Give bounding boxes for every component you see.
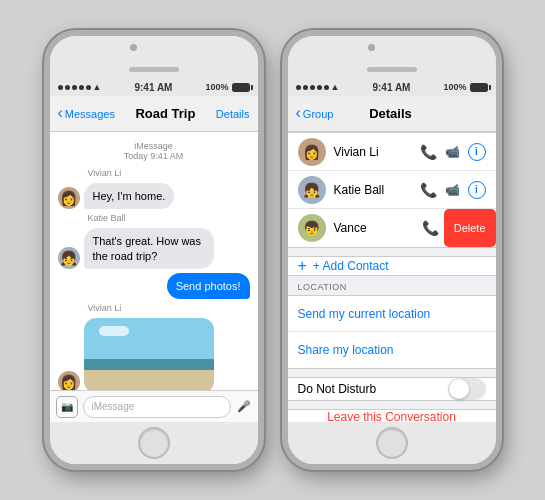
message-row-vivian: 👩 Hey, I'm home. xyxy=(58,183,250,209)
send-location-link: Send my current location xyxy=(298,307,431,321)
sender-label-katie: Katie Ball xyxy=(88,213,250,223)
delete-button-vance[interactable]: Delete xyxy=(444,209,496,247)
cloud-decoration xyxy=(99,326,129,336)
camera-button[interactable]: 📷 xyxy=(56,396,78,418)
video-icon-katie[interactable]: 📹 xyxy=(445,183,460,197)
avatar-vivian-2: 👩 xyxy=(58,371,80,390)
phone-top-bezel-2 xyxy=(288,36,496,78)
speaker-grille xyxy=(129,67,179,72)
avatar-vivian: 👩 xyxy=(58,187,80,209)
battery-percent-2: 100% xyxy=(443,82,466,92)
message-row-photo: 👩 xyxy=(58,318,250,390)
status-time: 9:41 AM xyxy=(134,82,172,93)
add-contact-row[interactable]: + + Add Contact xyxy=(288,256,496,276)
video-icon-vivian[interactable]: 📹 xyxy=(445,145,460,159)
messages-list: iMessageToday 9:41 AM Vivian Li 👩 Hey, I… xyxy=(50,132,258,390)
nav-title: Road Trip xyxy=(135,106,195,121)
details-title: Details xyxy=(369,106,412,121)
signal-dot-3 xyxy=(72,85,77,90)
bubble-incoming-1: Hey, I'm home. xyxy=(84,183,175,209)
signal-dots-2 xyxy=(296,85,329,90)
signal-area-2: ▲ xyxy=(296,82,340,92)
leave-row[interactable]: Leave this Conversation xyxy=(288,409,496,422)
input-placeholder: iMessage xyxy=(92,401,135,412)
toggle-knob xyxy=(449,379,469,399)
back-arrow-icon: ‹ xyxy=(58,105,63,121)
leave-label: Leave this Conversation xyxy=(298,410,486,422)
status-time-2: 9:41 AM xyxy=(372,82,410,93)
messages-screen: ‹ Messages Road Trip Details iMessageTod… xyxy=(50,96,258,422)
contact-actions-katie: 📞 📹 i xyxy=(420,181,486,199)
mic-button[interactable]: 🎤 xyxy=(236,399,252,415)
signal-area: ▲ xyxy=(58,82,102,92)
wifi-icon: ▲ xyxy=(93,82,102,92)
phone-icon-katie[interactable]: 📞 xyxy=(420,182,437,198)
back-arrow-icon-2: ‹ xyxy=(296,105,301,121)
battery-fill xyxy=(233,84,249,91)
location-section: Send my current location Share my locati… xyxy=(288,295,496,369)
message-timestamp: iMessageToday 9:41 AM xyxy=(58,141,250,161)
battery-area-2: 100% xyxy=(443,82,487,92)
bubble-incoming-2: That's great. How was the road trip? xyxy=(84,228,214,269)
phone-icon-vance[interactable]: 📞 xyxy=(422,220,439,236)
send-location-row[interactable]: Send my current location xyxy=(288,296,496,332)
phone-bottom-bezel-2 xyxy=(288,422,496,464)
battery-area: 100% xyxy=(205,82,249,92)
avatar-katie: 👧 xyxy=(58,247,80,269)
contact-row-vance[interactable]: 👦 Vance 📞 📹 i Delete xyxy=(288,209,496,247)
back-label: Messages xyxy=(65,108,115,120)
contact-name-katie: Katie Ball xyxy=(334,183,412,197)
signal-dots xyxy=(58,85,91,90)
message-input-bar: 📷 iMessage 🎤 xyxy=(50,390,258,422)
messages-navbar: ‹ Messages Road Trip Details xyxy=(50,96,258,132)
message-row-outgoing: Send photos! xyxy=(58,273,250,299)
phone-details: ▲ 9:41 AM 100% ‹ Group Details 👩 xyxy=(282,30,502,470)
signal-dot-5 xyxy=(86,85,91,90)
info-icon-vivian[interactable]: i xyxy=(468,143,486,161)
avatar-vance-detail: 👦 xyxy=(298,214,326,242)
share-location-link: Share my location xyxy=(298,343,394,357)
phone-messages: ▲ 9:41 AM 100% ‹ Messages Road Trip Deta… xyxy=(44,30,264,470)
wifi-icon-2: ▲ xyxy=(331,82,340,92)
bubble-outgoing-1: Send photos! xyxy=(167,273,250,299)
details-navbar: ‹ Group Details xyxy=(288,96,496,132)
info-icon-katie[interactable]: i xyxy=(468,181,486,199)
sender-label-vivian-2: Vivian Li xyxy=(88,303,250,313)
signal-dot-2 xyxy=(65,85,70,90)
status-bar-2: ▲ 9:41 AM 100% xyxy=(288,78,496,96)
add-contact-label: + Add Contact xyxy=(313,259,389,273)
contact-name-vivian: Vivian Li xyxy=(334,145,412,159)
status-bar: ▲ 9:41 AM 100% xyxy=(50,78,258,96)
home-button-2[interactable] xyxy=(376,427,408,459)
signal-dot-4 xyxy=(79,85,84,90)
dnd-toggle[interactable] xyxy=(448,378,486,400)
location-section-label: LOCATION xyxy=(288,276,496,295)
dnd-section: Do Not Disturb xyxy=(288,377,496,401)
battery-percent: 100% xyxy=(205,82,228,92)
photo-placeholder xyxy=(84,318,214,390)
contact-row-vivian[interactable]: 👩 Vivian Li 📞 📹 i xyxy=(288,133,496,171)
contact-row-katie[interactable]: 👧 Katie Ball 📞 📹 i xyxy=(288,171,496,209)
contacts-section: 👩 Vivian Li 📞 📹 i 👧 Katie Ball 📞 📹 xyxy=(288,132,496,248)
speaker-grille-2 xyxy=(367,67,417,72)
group-back-button[interactable]: ‹ Group xyxy=(296,106,334,121)
sender-label-vivian: Vivian Li xyxy=(88,168,250,178)
phone-top-bezel xyxy=(50,36,258,78)
avatar-vivian-detail: 👩 xyxy=(298,138,326,166)
signal-dot-1 xyxy=(58,85,63,90)
contact-name-vance: Vance xyxy=(334,221,414,235)
avatar-katie-detail: 👧 xyxy=(298,176,326,204)
details-screen: ‹ Group Details 👩 Vivian Li 📞 📹 i xyxy=(288,96,496,422)
back-button[interactable]: ‹ Messages xyxy=(58,106,115,121)
front-camera xyxy=(130,44,137,51)
battery-icon-2 xyxy=(470,83,488,92)
plus-icon: + xyxy=(298,257,307,275)
details-button[interactable]: Details xyxy=(216,108,250,120)
home-button[interactable] xyxy=(138,427,170,459)
phone-bottom-bezel xyxy=(50,422,258,464)
back-group-label: Group xyxy=(303,108,334,120)
message-input[interactable]: iMessage xyxy=(83,396,231,418)
dnd-label: Do Not Disturb xyxy=(298,382,448,396)
share-location-row[interactable]: Share my location xyxy=(288,332,496,368)
phone-icon-vivian[interactable]: 📞 xyxy=(420,144,437,160)
